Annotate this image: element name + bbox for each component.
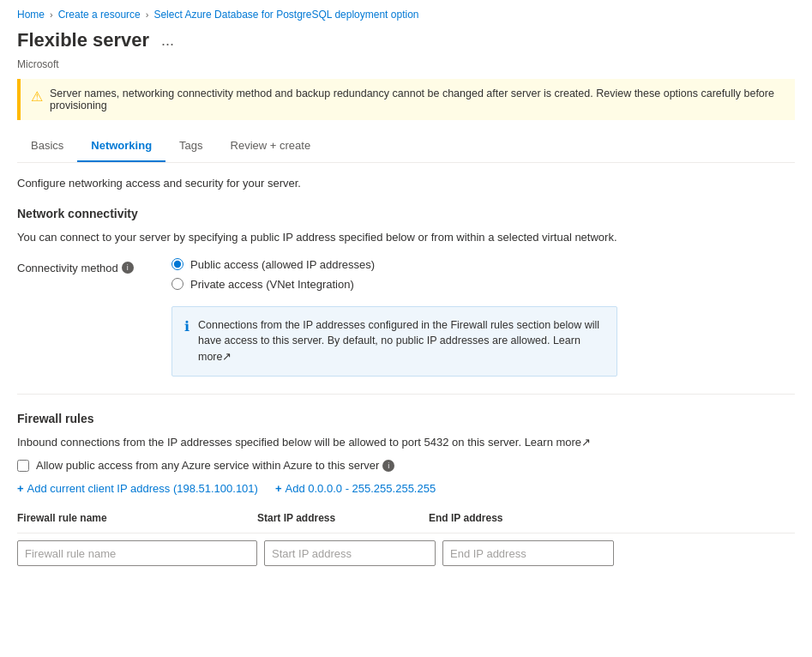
tabs-bar: Basics Networking Tags Review + create <box>17 130 795 163</box>
radio-private-access[interactable]: Private access (VNet Integration) <box>171 278 617 291</box>
firewall-link-icon: ↗ <box>581 436 591 449</box>
public-access-checkbox-row[interactable]: Allow public access from any Azure servi… <box>17 459 795 472</box>
warning-text: Server names, networking connectivity me… <box>50 87 785 112</box>
warning-icon: ⚠ <box>31 88 43 105</box>
info-box-main-text: Connections from the IP addresses config… <box>198 319 599 347</box>
info-box-link-icon: ↗ <box>222 351 232 363</box>
page-subtitle: Microsoft <box>0 58 812 79</box>
desc-from-within-text: from within <box>431 231 485 244</box>
connectivity-method-row: Connectivity method i Public access (all… <box>17 258 795 377</box>
breadcrumb-sep-2: › <box>146 9 149 20</box>
connectivity-info-icon[interactable]: i <box>122 262 134 274</box>
breadcrumb-create-resource[interactable]: Create a resource <box>58 9 141 21</box>
breadcrumb-home[interactable]: Home <box>17 9 45 21</box>
firewall-table-row <box>17 540 795 566</box>
breadcrumb-sep-1: › <box>50 9 53 20</box>
tab-tags[interactable]: Tags <box>165 130 216 162</box>
col-header-start-ip: Start IP address <box>257 509 429 527</box>
network-connectivity-section: Network connectivity You can connect to … <box>17 207 795 377</box>
info-box-text: Connections from the IP addresses config… <box>198 317 604 365</box>
radio-private-access-label: Private access (VNet Integration) <box>190 278 354 291</box>
connectivity-info-box: ℹ Connections from the IP addresses conf… <box>171 306 617 377</box>
network-connectivity-desc: You can connect to your server by specif… <box>17 229 795 246</box>
public-access-info-icon[interactable]: i <box>382 460 394 472</box>
firewall-table-header: Firewall rule name Start IP address End … <box>17 509 795 533</box>
add-client-ip-link[interactable]: Add current client IP address (198.51.10… <box>17 482 258 495</box>
desc-text-1: You can connect to your server by specif… <box>17 231 428 244</box>
page-title: Flexible server <box>17 29 149 51</box>
col-header-name: Firewall rule name <box>17 509 257 527</box>
radio-public-access[interactable]: Public access (allowed IP addresses) <box>171 258 617 271</box>
warning-banner: ⚠ Server names, networking connectivity … <box>17 79 795 120</box>
public-access-checkbox-label: Allow public access from any Azure servi… <box>36 459 394 472</box>
firewall-learn-more[interactable]: Learn more <box>525 436 581 449</box>
network-connectivity-title: Network connectivity <box>17 207 795 220</box>
tab-review-create[interactable]: Review + create <box>217 130 325 162</box>
radio-public-access-label: Public access (allowed IP addresses) <box>190 258 375 271</box>
radio-private-access-input[interactable] <box>171 278 183 290</box>
desc-text-2: a selected virtual network. <box>488 231 617 244</box>
connectivity-label-text: Connectivity method <box>17 262 118 274</box>
add-links-row: Add current client IP address (198.51.10… <box>17 482 795 495</box>
networking-tab-content: Configure networking access and security… <box>0 163 812 580</box>
firewall-desc-text: Inbound connections from the IP addresse… <box>17 436 521 449</box>
tab-basics[interactable]: Basics <box>17 130 77 162</box>
firewall-rules-section: Firewall rules Inbound connections from … <box>17 412 795 567</box>
breadcrumb-select-deployment[interactable]: Select Azure Database for PostgreSQL dep… <box>153 9 418 21</box>
tab-networking[interactable]: Networking <box>77 130 165 162</box>
add-all-ips-link[interactable]: Add 0.0.0.0 - 255.255.255.255 <box>275 482 436 495</box>
breadcrumb: Home › Create a resource › Select Azure … <box>0 0 812 26</box>
end-ip-input[interactable] <box>442 540 614 566</box>
start-ip-input[interactable] <box>264 540 436 566</box>
connectivity-method-label: Connectivity method i <box>17 258 154 274</box>
firewall-rules-title: Firewall rules <box>17 412 795 425</box>
public-access-checkbox[interactable] <box>17 460 29 472</box>
tab-description: Configure networking access and security… <box>17 177 795 190</box>
connectivity-options: Public access (allowed IP addresses) Pri… <box>171 258 617 377</box>
firewall-rule-name-input[interactable] <box>17 540 257 566</box>
info-box-icon: ℹ <box>184 318 189 335</box>
section-divider <box>17 394 795 395</box>
more-options-button[interactable]: ... <box>156 30 179 51</box>
public-access-label-text: Allow public access from any Azure servi… <box>36 459 379 472</box>
col-header-end-ip: End IP address <box>429 509 600 527</box>
page-header: Flexible server ... <box>0 26 812 58</box>
radio-public-access-input[interactable] <box>171 258 183 270</box>
firewall-desc: Inbound connections from the IP addresse… <box>17 434 795 451</box>
